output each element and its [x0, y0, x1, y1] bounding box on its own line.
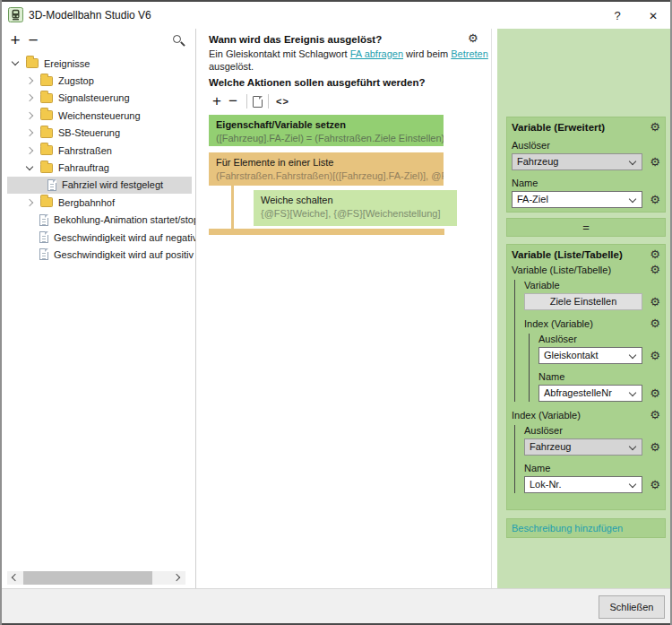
action-inspector-panel: Variable (Erweitert) ⚙ Auslöser Fahrzeug…: [497, 29, 670, 588]
remove-action-button[interactable]: −: [225, 93, 241, 109]
tree-item-geschwindigkeit-negativ[interactable]: Geschwindigkeit wird auf negativ ge: [0, 229, 195, 246]
gear-icon[interactable]: ⚙: [646, 409, 660, 421]
trigger-label: Auslöser: [524, 425, 660, 436]
add-description-row[interactable]: Beschreibung hinzufügen: [506, 518, 666, 538]
trigger-settings-gear-icon[interactable]: ⚙: [468, 32, 478, 44]
chevron-right-icon[interactable]: [26, 94, 33, 101]
variable-value-button[interactable]: Ziele Einstellen: [524, 293, 642, 310]
gear-icon[interactable]: ⚙: [646, 317, 660, 329]
action-block-switch-turnout[interactable]: Weiche schalten {@FS}[Weiche], {@FS}[Wei…: [254, 190, 457, 226]
tree-item-label: Bekohlung-Animation startet/stoppt: [54, 214, 196, 225]
index2-name-dropdown[interactable]: Lok-Nr.: [524, 476, 642, 493]
chevron-right-icon[interactable]: [26, 112, 33, 119]
tree-item-label: Zugstop: [58, 75, 94, 86]
scroll-left-arrow-icon[interactable]: [7, 571, 22, 585]
code-view-button[interactable]: <>: [276, 96, 289, 107]
chevron-right-icon[interactable]: [26, 129, 33, 136]
scroll-right-arrow-icon[interactable]: [171, 571, 185, 585]
tree-item-label: SB-Steuerung: [58, 127, 120, 138]
tree-item-weichensteuerung[interactable]: Weichensteuerung: [0, 107, 195, 124]
tree-item-label: Bergbahnhof: [58, 197, 115, 208]
window-border: [0, 0, 2, 625]
index1-trigger-dropdown[interactable]: Gleiskontakt: [538, 347, 642, 364]
gear-icon[interactable]: ⚙: [646, 387, 660, 399]
help-button[interactable]: ?: [604, 5, 631, 27]
chevron-down-icon[interactable]: [12, 58, 19, 65]
horizontal-scrollbar[interactable]: [7, 571, 185, 585]
tree-item-fahrstrassen[interactable]: Fahrstraßen: [0, 142, 195, 159]
add-event-button[interactable]: +: [7, 30, 23, 50]
chevron-right-icon[interactable]: [26, 146, 33, 153]
chevron-right-icon[interactable]: [26, 77, 33, 84]
title-bar: 3D-Modellbahn Studio V6 ? ✕: [2, 2, 670, 29]
gear-icon[interactable]: ⚙: [646, 194, 660, 205]
trigger-text-part: ausgelöst.: [209, 61, 254, 72]
tree-item-fahrziel-wird-festgelegt[interactable]: Fahrziel wird festgelegt: [7, 177, 192, 194]
tree-item-label: Fahrziel wird festgelegt: [62, 179, 163, 190]
folder-icon: [40, 163, 53, 173]
schlagwort-link[interactable]: FA abfragen: [350, 48, 403, 59]
add-description-link[interactable]: Beschreibung hinzufügen: [512, 523, 623, 534]
actions-heading: Welche Aktionen sollen ausgeführt werden…: [209, 77, 426, 88]
tree-item-label: Ereignisse: [44, 58, 90, 69]
trigger-text-part: Ein Gleiskontakt mit Schlagwort: [209, 48, 350, 59]
index1-group: Auslöser Gleiskontakt ⚙ Name Abfragestel…: [529, 334, 660, 402]
document-icon: [39, 248, 48, 260]
gear-icon[interactable]: ⚙: [646, 248, 660, 260]
name-label: Name: [512, 178, 660, 188]
action-block-for-each[interactable]: Für Elemente in einer Liste (Fahrstraßen…: [209, 152, 444, 186]
trigger-label: Auslöser: [512, 140, 660, 151]
folder-icon: [40, 128, 53, 138]
folder-icon: [40, 197, 53, 207]
gear-icon[interactable]: ⚙: [646, 121, 660, 133]
action-block-set-variable[interactable]: Eigenschaft/Variable setzen ([Fahrzeug].…: [209, 115, 444, 146]
actions-toolbar: + − <>: [209, 92, 289, 110]
close-dialog-button[interactable]: Schließen: [599, 595, 665, 619]
action-detail: ([Fahrzeug].FA-Ziel) = (Fahrstraßen.Ziel…: [216, 133, 436, 143]
tree-item-label: Weichensteuerung: [58, 110, 141, 121]
event-tree-panel: + − Ereignisse Zugstop Signalsteuerung: [0, 29, 196, 588]
tree-item-signalsteuerung[interactable]: Signalsteuerung: [0, 90, 195, 107]
betreten-link[interactable]: Betreten: [451, 48, 488, 59]
tree-item-bergbahnhof[interactable]: Bergbahnhof: [0, 194, 195, 211]
tree-item-fahrauftrag[interactable]: Fahrauftrag: [0, 159, 195, 176]
scrollbar-thumb[interactable]: [23, 571, 152, 585]
index1-name-dropdown[interactable]: AbfragestelleNr: [538, 385, 642, 402]
tree-item-label: Fahrauftrag: [58, 162, 109, 173]
close-window-button[interactable]: ✕: [640, 5, 667, 27]
remove-event-button[interactable]: −: [25, 30, 41, 50]
action-detail: {@FS}[Weiche], {@FS}[Weichenstellung]: [261, 208, 450, 219]
tree-item-sb-steuerung[interactable]: SB-Steuerung: [0, 125, 195, 142]
gear-icon[interactable]: ⚙: [646, 479, 660, 490]
variable-extended-card: Variable (Erweitert) ⚙ Auslöser Fahrzeug…: [506, 117, 666, 213]
gear-icon[interactable]: ⚙: [646, 156, 660, 168]
chevron-down-icon[interactable]: [26, 162, 33, 169]
loop-connector-line: [231, 186, 234, 229]
folder-icon: [26, 58, 39, 68]
document-icon: [39, 214, 48, 226]
chevron-right-icon[interactable]: [26, 199, 33, 206]
index2-trigger-dropdown[interactable]: Fahrzeug: [524, 438, 642, 456]
app-logo-train-icon: [8, 7, 23, 22]
tree-item-zugstop[interactable]: Zugstop: [0, 72, 195, 89]
tree-item-ereignisse[interactable]: Ereignisse: [0, 55, 195, 72]
trigger-dropdown[interactable]: Fahrzeug: [512, 153, 642, 170]
gear-icon[interactable]: ⚙: [646, 264, 660, 275]
search-icon[interactable]: [173, 35, 185, 47]
variable-list-subheading: Variable (Liste/Tabelle): [512, 265, 611, 275]
add-action-button[interactable]: +: [209, 93, 225, 109]
tree-item-bekohlung-animation[interactable]: Bekohlung-Animation startet/stoppt: [0, 212, 195, 229]
name-dropdown[interactable]: FA-Ziel: [512, 191, 642, 208]
copy-icon[interactable]: [253, 96, 263, 108]
gear-icon[interactable]: ⚙: [646, 296, 660, 308]
action-title: Für Elemente in einer Liste: [216, 157, 436, 168]
tree-item-geschwindigkeit-positiv[interactable]: Geschwindigkeit wird auf positiv ges: [0, 246, 195, 263]
tree-toolbar: + −: [0, 30, 195, 52]
gear-icon[interactable]: ⚙: [646, 441, 660, 453]
trigger-label: Auslöser: [538, 334, 660, 344]
folder-icon: [40, 76, 53, 86]
variable-list-group: Variable Ziele Einstellen ⚙ Index (Varia…: [514, 280, 660, 402]
document-icon: [39, 231, 48, 243]
gear-icon[interactable]: ⚙: [646, 350, 660, 361]
action-title: Eigenschaft/Variable setzen: [216, 119, 436, 130]
